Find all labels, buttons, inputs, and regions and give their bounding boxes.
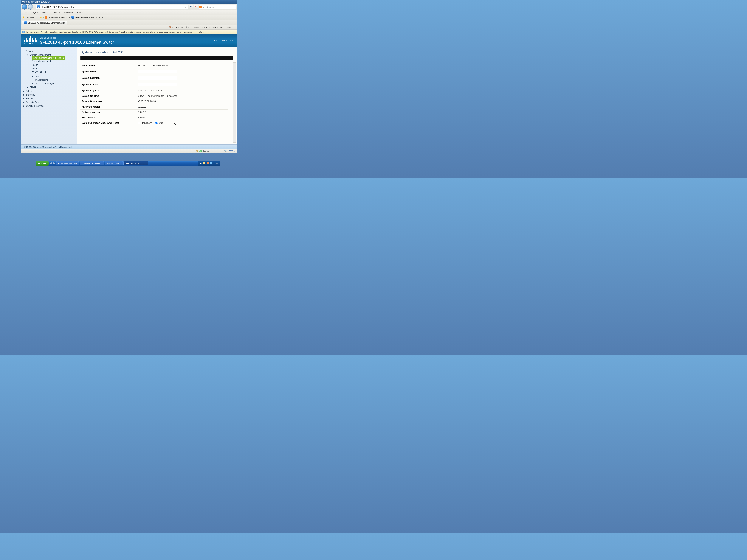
tray-icon[interactable] — [207, 162, 209, 164]
rss-icon: ▣ — [176, 26, 177, 28]
drop-icon[interactable]: ▼ — [69, 17, 70, 18]
drop-icon[interactable]: ▼ — [102, 17, 103, 18]
history-drop-icon[interactable]: ▼ — [34, 6, 35, 8]
tools-menu[interactable]: Narzędzia▾ — [220, 26, 232, 29]
input-system-location[interactable] — [138, 76, 177, 80]
menu-tools[interactable]: Narzędzia — [62, 11, 75, 15]
nav-tcam-utilization[interactable]: TCAM Utilization — [22, 71, 75, 74]
radio-standalone[interactable] — [138, 122, 140, 124]
nav-admin[interactable]: ▶Admin — [22, 89, 75, 93]
web-slice-gallery-link[interactable]: Galeria obiektów Web Slice — [75, 16, 100, 19]
bing-icon — [45, 16, 47, 19]
nav-security-suite[interactable]: ▶Security Suite — [22, 101, 75, 104]
label-boot-version: Boot Version — [80, 115, 136, 121]
menu-favorites[interactable]: Ulubione — [50, 11, 61, 15]
taskbar-item-active[interactable]: SFE2010 48-port 10/... — [124, 161, 148, 165]
stop-button[interactable]: ✕ — [194, 5, 198, 9]
cisco-product-title: SFE2010 48-port 10/100 Ethernet Switch — [40, 40, 115, 45]
browser-tab[interactable]: SFE2010 48-port 10/100 Ethernet Switch — [22, 21, 68, 25]
taskbar-item[interactable]: Switch – Opera — [105, 161, 123, 165]
label-mac: Base MAC Address — [80, 99, 136, 104]
window-title-fragment: Windows Internet Explorer — [22, 1, 50, 3]
nav-health[interactable]: Health — [22, 63, 75, 67]
nav-stack-management[interactable]: Stack Management — [22, 59, 75, 63]
nav-time[interactable]: ▶Time — [22, 74, 75, 78]
nav-ip-addressing[interactable]: ▶IP Addressing — [22, 78, 75, 82]
zoom-control[interactable]: 🔍 100% ▼ — [224, 150, 235, 152]
radio-stack[interactable] — [155, 122, 158, 124]
help-button[interactable]: ? — [233, 26, 235, 29]
page-menu[interactable]: Strona▾ — [191, 26, 200, 29]
home-icon: 🏠 — [169, 26, 172, 28]
nav-reset[interactable]: Reset — [22, 67, 75, 71]
browser-window: Windows Internet Explorer ← → ▼ e ▼ ↻ ✕ … — [21, 0, 237, 153]
search-placeholder: Live Search — [203, 6, 214, 8]
back-button[interactable]: ← — [22, 4, 27, 9]
menu-edit[interactable]: Edycja — [30, 11, 40, 15]
mail-icon: ✉ — [181, 26, 183, 28]
about-link[interactable]: About — [222, 39, 227, 42]
nav-quality-of-service[interactable]: ▶Quality of Service — [22, 104, 75, 108]
tray-icon[interactable] — [210, 162, 212, 164]
menu-help[interactable]: Pomoc — [75, 11, 85, 15]
start-button[interactable]: ⊞ Start — [36, 161, 49, 166]
menu-file[interactable]: Plik — [22, 11, 29, 15]
label-system-location: System Location — [80, 75, 136, 81]
read-mail-button[interactable]: ✉ — [181, 26, 184, 29]
taskbar-item[interactable]: C:\WINDOWS\syste... — [80, 161, 104, 165]
cisco-header-links: Logout About He — [212, 39, 233, 42]
label-hw-version: Hardware Version — [80, 104, 136, 110]
tray-clock[interactable]: 11:54 — [213, 162, 218, 164]
tray-lang[interactable]: PL — [200, 162, 202, 164]
ie-page-icon — [71, 16, 74, 19]
radio-stack-wrap[interactable]: Stack — [155, 122, 164, 124]
radio-standalone-wrap[interactable]: Standalone — [138, 122, 152, 124]
url-input[interactable] — [41, 6, 183, 8]
forward-button[interactable]: → — [28, 4, 33, 9]
logout-link[interactable]: Logout — [212, 39, 219, 42]
information-bar[interactable]: i Ta witryna sieci Web chce uruchomić na… — [21, 30, 237, 34]
url-drop-icon[interactable]: ▼ — [184, 6, 187, 8]
refresh-button[interactable]: ↻ — [189, 5, 193, 9]
add-favorite-icon[interactable]: ★➜ — [40, 16, 44, 19]
favorites-label[interactable]: Ulubione — [26, 16, 34, 19]
switch-port-diagram[interactable] — [80, 56, 233, 60]
menu-view[interactable]: Widok — [40, 11, 50, 15]
safety-menu[interactable]: Bezpieczeństwo▾ — [201, 26, 218, 29]
print-button[interactable]: 🖶▾ — [185, 26, 190, 29]
label-system-name: System Name — [80, 68, 136, 75]
system-tray[interactable]: PL 11:54 — [198, 161, 221, 166]
zoom-icon: 🔍 — [224, 150, 227, 152]
expand-icon: ▶ — [23, 94, 25, 96]
browser-status-bar: 🛡 Internet 🔍 100% ▼ — [21, 149, 237, 153]
label-model-name: Model Name — [80, 63, 136, 68]
taskbar-item[interactable]: Połączenia sieciowe — [56, 161, 79, 165]
quick-launch-icon[interactable] — [50, 162, 52, 164]
tray-icon[interactable] — [203, 162, 205, 164]
home-button[interactable]: 🏠▾ — [168, 26, 174, 29]
feeds-button[interactable]: ▣▾ — [175, 26, 179, 29]
nav-system-information[interactable]: System Information (SFE2010) — [31, 56, 66, 60]
help-link[interactable]: He — [230, 39, 233, 42]
nav-system[interactable]: ▼System — [22, 49, 75, 53]
tab-favicon — [24, 22, 27, 24]
expand-icon: ▶ — [23, 105, 25, 107]
quick-launch — [50, 162, 55, 164]
search-box[interactable]: Live Search — [199, 5, 236, 9]
favorites-star-icon[interactable]: ★ — [22, 16, 25, 19]
nav-snmp[interactable]: ▶SNMP — [22, 85, 75, 89]
suggested-sites-link[interactable]: Sugerowane witryny — [49, 16, 67, 19]
expand-icon: ▶ — [23, 101, 25, 103]
expand-icon: ▶ — [23, 90, 25, 92]
nav-bridging[interactable]: ▶Bridging — [22, 97, 75, 101]
content-scrollbar[interactable] — [233, 62, 236, 142]
cisco-body: ▼System ▼System Management System Inform… — [21, 47, 237, 144]
input-system-name[interactable] — [138, 70, 177, 73]
nav-domain-name-system[interactable]: ▶Domain Name System — [22, 82, 75, 85]
quick-launch-icon[interactable] — [53, 162, 55, 164]
nav-statistics[interactable]: ▶Statistics — [22, 93, 75, 97]
address-bar[interactable]: e ▼ — [36, 5, 188, 9]
info-icon: i — [22, 31, 25, 33]
label-operation-mode: Switch Operation Mode After Reset — [80, 121, 136, 126]
input-system-contact[interactable] — [138, 83, 177, 86]
